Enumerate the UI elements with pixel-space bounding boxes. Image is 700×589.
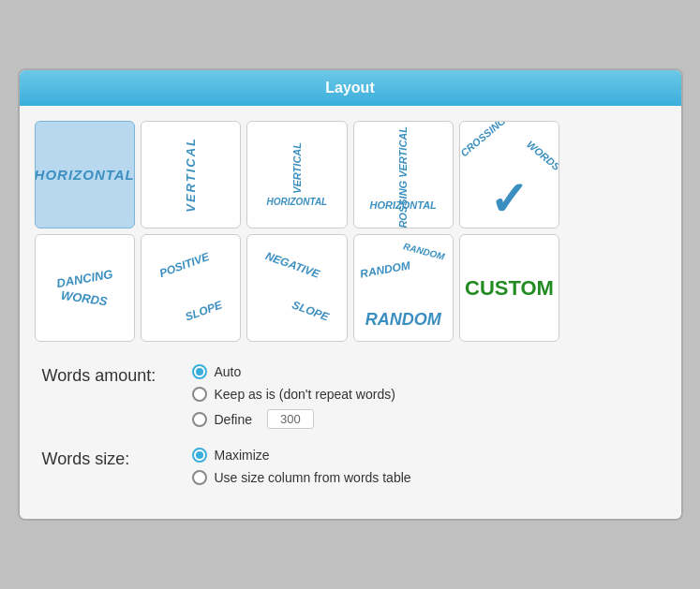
custom-label: Custom [465, 276, 554, 301]
words-size-row: Words size: Maximize Use size column fro… [42, 448, 659, 485]
words-amount-define[interactable]: Define [192, 409, 395, 429]
layout-cell-dancing-words[interactable]: Dancing Words [35, 234, 135, 342]
layout-cell-vertical[interactable]: Vertical [141, 121, 241, 228]
radio-define[interactable] [192, 412, 207, 427]
words-amount-choices: Auto Keep as is (don't repeat words) Def… [192, 364, 395, 429]
crossing-words-container: Crossing Words ✓ [460, 122, 559, 228]
words-amount-auto-label: Auto [215, 364, 242, 379]
dancing-word2-label: Words [60, 287, 108, 308]
layout-grid: Horizontal Vertical Vertical Horizontal … [35, 121, 666, 342]
vh-horizontal-label: Horizontal [266, 197, 327, 207]
layout-cell-positive-slope[interactable]: Positive Slope [141, 234, 241, 342]
chevron-icon: ✓ [489, 176, 529, 223]
negative-label: Negative [264, 249, 322, 281]
dancing-container: Dancing Words [56, 272, 113, 305]
words-size-label: Words size: [42, 448, 192, 469]
words-size-choices: Maximize Use size column from words tabl… [192, 448, 411, 485]
main-window: Layout Horizontal Vertical Vertical Hori… [18, 68, 683, 521]
words-amount-define-label: Define [215, 412, 252, 427]
cw-words-label: Words [525, 139, 559, 172]
radio-use-size[interactable] [192, 470, 207, 485]
negative-slope-container: Negative Slope [247, 235, 346, 341]
words-size-use-size-label: Use size column from words table [215, 470, 411, 485]
words-amount-keep-label: Keep as is (don't repeat words) [215, 387, 395, 402]
define-input[interactable] [267, 409, 314, 429]
window-title: Layout [325, 80, 374, 96]
radio-maximize[interactable] [192, 448, 207, 463]
layout-cell-random[interactable]: Random Random Random [353, 234, 454, 342]
layout-cell-negative-slope[interactable]: Negative Slope [246, 234, 347, 342]
dancing-word1-label: Dancing [55, 266, 113, 289]
layout-cell-crossing-words[interactable]: Crossing Words ✓ [459, 121, 559, 228]
cvh-vertical-label: Crossing Vertical [397, 126, 409, 228]
words-size-maximize[interactable]: Maximize [192, 448, 411, 463]
vertical-label: Vertical [184, 137, 198, 213]
layout-cell-horizontal[interactable]: Horizontal [35, 121, 135, 228]
content-area: Horizontal Vertical Vertical Horizontal … [20, 106, 681, 519]
words-size-maximize-label: Maximize [215, 448, 270, 463]
title-bar: Layout [20, 70, 681, 106]
words-amount-label: Words amount: [42, 364, 192, 386]
random-container: Random Random Random [354, 235, 453, 341]
random-large-label: Random [365, 310, 441, 330]
slope-label-pos: Slope [184, 298, 224, 323]
random-medium-label: Random [359, 258, 411, 280]
layout-cell-custom[interactable]: Custom [459, 234, 559, 342]
horizontal-label: Horizontal [35, 167, 135, 183]
options-section: Words amount: Auto Keep as is (don't rep… [35, 364, 666, 485]
vh-vertical-label: Vertical [291, 142, 303, 194]
positive-label: Positive [157, 250, 211, 280]
layout-cell-vertical-horizontal[interactable]: Vertical Horizontal [246, 121, 347, 228]
slope-label-neg: Slope [290, 298, 331, 323]
words-size-use-size[interactable]: Use size column from words table [192, 470, 411, 485]
cw-crossing-label: Crossing [460, 122, 508, 158]
radio-auto[interactable] [192, 364, 207, 379]
words-amount-row: Words amount: Auto Keep as is (don't rep… [42, 364, 659, 429]
crossing-vh-container: Crossing Vertical Horizontal [354, 122, 453, 228]
positive-slope-container: Positive Slope [141, 235, 240, 341]
words-amount-keep[interactable]: Keep as is (don't repeat words) [192, 387, 395, 402]
words-amount-auto[interactable]: Auto [192, 364, 395, 379]
vh-container: Vertical Horizontal [266, 142, 327, 208]
cvh-horizontal-label: Horizontal [370, 199, 437, 211]
layout-cell-crossing-vh[interactable]: Crossing Vertical Horizontal [353, 121, 454, 228]
radio-keep[interactable] [192, 387, 207, 402]
